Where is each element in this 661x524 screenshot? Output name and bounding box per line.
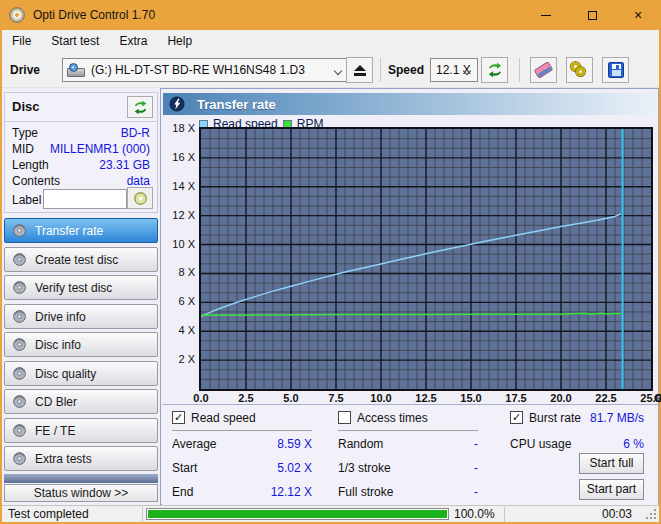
start-full-button[interactable]: Start full [579, 453, 644, 474]
divider [338, 430, 478, 431]
close-icon: × [634, 8, 642, 22]
start-part-button[interactable]: Start part [579, 479, 644, 500]
y-tick-label: 12 X [161, 209, 195, 221]
disc-row-value: 23.31 GB [99, 158, 150, 172]
tools-button[interactable] [566, 57, 593, 83]
disc-icon [12, 223, 27, 238]
x-tick-label: 20.0 [544, 392, 578, 404]
transfer-rate-icon [169, 96, 185, 112]
stat-row: End 12.12 X [172, 485, 312, 500]
read-speed-checkbox[interactable] [172, 411, 185, 424]
resize-grip-icon[interactable] [654, 517, 656, 519]
disc-icon [12, 423, 27, 438]
sidebar-item[interactable]: Verify test disc [4, 275, 158, 300]
minimize-icon [541, 15, 551, 16]
sidebar-item-label: Drive info [35, 310, 86, 324]
divider [142, 507, 143, 522]
disc-icon [12, 451, 27, 466]
erase-disc-button[interactable] [530, 57, 557, 83]
refresh-speeds-button[interactable] [481, 57, 508, 83]
menu-item[interactable]: Start test [41, 30, 109, 52]
y-tick-label: 14 X [161, 180, 195, 192]
sidebar-item[interactable]: Disc quality [4, 361, 158, 386]
main-panel: Transfer rate Read speed RPM 2 X4 X6 X8 … [160, 88, 659, 505]
divider [504, 507, 505, 522]
eject-button[interactable] [346, 57, 373, 83]
read-speed-checkbox-row: Read speed [172, 410, 256, 425]
sidebar-item[interactable]: Drive info [4, 304, 158, 329]
panel-title: Transfer rate [197, 97, 276, 112]
maximize-button[interactable] [569, 0, 615, 30]
minimize-button[interactable] [523, 0, 569, 30]
titlebar[interactable]: Opti Drive Control 1.70 × [0, 0, 661, 30]
sidebar-item[interactable]: Create test disc [4, 247, 158, 272]
sidebar-item[interactable]: Transfer rate [4, 218, 158, 243]
save-floppy-icon [608, 62, 624, 78]
stat-value: 5.02 X [277, 461, 312, 475]
menu-item[interactable]: File [2, 30, 41, 52]
y-tick-label: 2 X [161, 353, 195, 365]
eraser-icon [534, 61, 554, 78]
stat-row: Start 5.02 X [172, 461, 312, 476]
disc-label-row: Label [5, 189, 157, 213]
stat-label: End [172, 485, 193, 499]
disc-info-panel: Disc Type BD-R [4, 92, 158, 213]
x-tick-label: 10.0 [364, 392, 398, 404]
stat-label: Average [172, 437, 216, 451]
stat-row: Average 8.59 X [172, 437, 312, 452]
toolbar: Drive (G:) HL-DT-ST BD-RE WH16NS48 1.D3 … [2, 52, 659, 88]
burst-rate-value: 81.7 MB/s [536, 411, 644, 425]
y-tick-label: 16 X [161, 151, 195, 163]
drive-select[interactable]: (G:) HL-DT-ST BD-RE WH16NS48 1.D3 [62, 58, 349, 82]
progress-bar-fill [148, 510, 447, 518]
write-label-button[interactable] [127, 187, 153, 209]
sidebar-item-label: Transfer rate [35, 224, 103, 238]
refresh-disc-button[interactable] [127, 96, 153, 118]
cpu-usage-value: 6 % [623, 437, 644, 451]
stat-label: Random [338, 437, 383, 451]
access-times-checkbox[interactable] [338, 411, 351, 424]
sidebar-divider-bar [4, 474, 158, 483]
menu-item[interactable]: Help [157, 30, 202, 52]
sidebar-item-label: Verify test disc [35, 281, 112, 295]
disc-row-value: MILLENMR1 (000) [50, 142, 150, 156]
stat-value: - [474, 485, 478, 499]
y-tick-label: 6 X [161, 295, 195, 307]
refresh-arrows-icon [133, 100, 148, 115]
disc-info-rows: Type BD-R MID MILLENMR1 (000) Length 23.… [5, 125, 157, 189]
x-tick-label: 17.5 [499, 392, 533, 404]
close-button[interactable]: × [615, 0, 661, 30]
speed-select[interactable]: 12.1 X [430, 58, 478, 82]
x-axis-unit: GB [654, 392, 661, 404]
left-panel: Disc Type BD-R [2, 88, 160, 505]
app-disc-icon [9, 7, 25, 23]
sidebar-item-label: Extra tests [35, 452, 92, 466]
stat-value: - [474, 437, 478, 451]
menu-item[interactable]: Extra [109, 30, 157, 52]
disc-row-label: Type [12, 126, 38, 140]
y-tick-label: 10 X [161, 238, 195, 250]
maximize-icon [588, 11, 597, 20]
x-tick-label: 0.0 [184, 392, 218, 404]
sidebar-item[interactable]: CD Bler [4, 389, 158, 414]
sidebar-item[interactable]: Disc info [4, 332, 158, 357]
toolbar-separator [380, 58, 381, 82]
status-window-button[interactable]: Status window >> [4, 484, 158, 502]
sidebar-item[interactable]: FE / TE [4, 418, 158, 443]
x-tick-label: 7.5 [319, 392, 353, 404]
disc-icon [12, 280, 27, 295]
stat-value: 12.12 X [271, 485, 312, 499]
disc-label-input[interactable] [43, 189, 127, 209]
burst-rate-checkbox[interactable] [510, 411, 523, 424]
disc-row-label: Contents [12, 174, 60, 188]
disc-icon [12, 309, 27, 324]
access-times-checkbox-row: Access times [338, 410, 428, 425]
status-bar: Test completed 100.0% 00:03 [2, 505, 659, 522]
sidebar-item[interactable]: Extra tests [4, 446, 158, 471]
elapsed-time: 00:03 [602, 507, 632, 521]
results-panel: Read speed Average 8.59 X Start 5.02 X [162, 404, 658, 505]
x-tick-label: 22.5 [589, 392, 623, 404]
stat-label: Start [172, 461, 197, 475]
disc-info-row: Length 23.31 GB [5, 157, 157, 173]
save-button[interactable] [602, 57, 629, 83]
